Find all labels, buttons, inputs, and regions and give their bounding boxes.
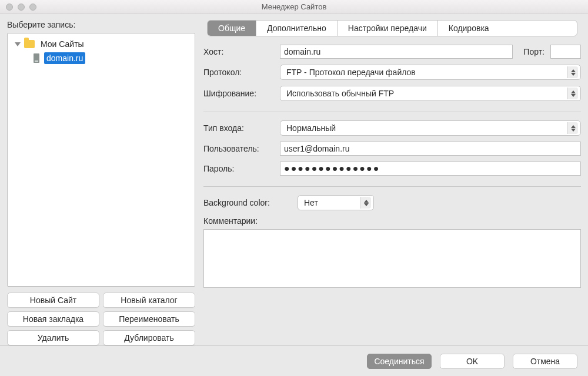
connect-button[interactable]: Соединиться <box>367 354 432 369</box>
titlebar: Менеджер Сайтов <box>0 0 588 14</box>
row-host: Хост: Порт: <box>203 45 581 59</box>
duplicate-button[interactable]: Дублировать <box>103 330 195 345</box>
chevron-updown-icon <box>567 66 578 78</box>
encryption-label: Шифрование: <box>203 89 280 98</box>
encryption-value: Использовать обычный FTP <box>286 89 394 98</box>
user-input[interactable] <box>280 142 581 156</box>
server-icon <box>34 53 39 63</box>
minimize-window-icon[interactable] <box>18 4 25 11</box>
tree-root[interactable]: Мои Сайты <box>10 37 192 51</box>
host-input[interactable] <box>280 45 513 59</box>
folder-icon <box>24 40 35 48</box>
logon-value: Нормальный <box>286 123 336 133</box>
divider <box>203 186 581 187</box>
disclosure-triangle-icon[interactable] <box>15 42 21 46</box>
tab-general[interactable]: Общие <box>208 21 256 36</box>
row-bgcolor: Background color: Нет <box>203 195 581 210</box>
settings-panel: Общие Дополнительно Настройки передачи К… <box>203 20 581 345</box>
tab-transfer[interactable]: Настройки передачи <box>338 21 438 36</box>
row-password: Пароль: ●●●●●●●●●●●●●● <box>203 162 581 176</box>
tab-advanced[interactable]: Дополнительно <box>256 21 338 36</box>
bgcolor-value: Нет <box>304 198 318 207</box>
delete-button[interactable]: Удалить <box>7 330 99 345</box>
tree-entry-label: domain.ru <box>44 52 85 64</box>
site-tree[interactable]: Мои Сайты domain.ru <box>7 33 195 287</box>
chevron-updown-icon <box>567 88 578 99</box>
chevron-updown-icon <box>360 197 371 209</box>
bgcolor-label: Background color: <box>203 198 298 207</box>
row-protocol: Протокол: FTP - Протокол передачи файлов <box>203 65 581 80</box>
logon-select[interactable]: Нормальный <box>280 120 581 136</box>
port-input[interactable] <box>550 45 581 59</box>
new-site-button[interactable]: Новый Сайт <box>7 293 99 308</box>
tab-charset[interactable]: Кодировка <box>438 21 500 36</box>
sidebar: Выберите запись: Мои Сайты domain.ru Нов… <box>7 20 195 345</box>
bgcolor-select[interactable]: Нет <box>298 195 374 210</box>
row-logon: Тип входа: Нормальный <box>203 120 581 136</box>
tree-entry[interactable]: domain.ru <box>10 51 192 65</box>
zoom-window-icon[interactable] <box>29 4 36 11</box>
encryption-select[interactable]: Использовать обычный FTP <box>280 86 581 101</box>
new-bookmark-button[interactable]: Новая закладка <box>7 311 99 327</box>
comments-textarea[interactable] <box>203 229 581 288</box>
traffic-lights <box>6 4 36 11</box>
cancel-button[interactable]: Отмена <box>513 354 577 369</box>
comments-label: Комментарии: <box>203 216 298 226</box>
host-label: Хост: <box>203 47 280 56</box>
row-user: Пользователь: <box>203 142 581 156</box>
sidebar-label: Выберите запись: <box>7 20 195 29</box>
user-label: Пользователь: <box>203 144 280 153</box>
rename-button[interactable]: Переименовать <box>103 311 195 327</box>
sidebar-buttons: Новый Сайт Новый каталог Новая закладка … <box>7 293 195 345</box>
close-window-icon[interactable] <box>6 4 13 11</box>
logon-label: Тип входа: <box>203 123 280 133</box>
tree-root-label: Мои Сайты <box>38 38 86 50</box>
chevron-updown-icon <box>567 122 578 134</box>
ok-button[interactable]: OK <box>440 354 505 369</box>
new-folder-button[interactable]: Новый каталог <box>103 293 195 308</box>
password-label: Пароль: <box>203 164 280 173</box>
password-input[interactable]: ●●●●●●●●●●●●●● <box>280 162 581 176</box>
divider <box>203 112 581 112</box>
protocol-select[interactable]: FTP - Протокол передачи файлов <box>280 65 581 80</box>
footer: Соединиться OK Отмена <box>0 345 588 376</box>
row-comments-label: Комментарии: <box>203 216 581 226</box>
row-encryption: Шифрование: Использовать обычный FTP <box>203 86 581 101</box>
window-title: Менеджер Сайтов <box>6 2 582 11</box>
tabs: Общие Дополнительно Настройки передачи К… <box>207 20 577 36</box>
protocol-label: Протокол: <box>203 68 280 77</box>
content: Выберите запись: Мои Сайты domain.ru Нов… <box>0 14 588 345</box>
protocol-value: FTP - Протокол передачи файлов <box>286 68 416 77</box>
port-label: Порт: <box>523 47 544 56</box>
